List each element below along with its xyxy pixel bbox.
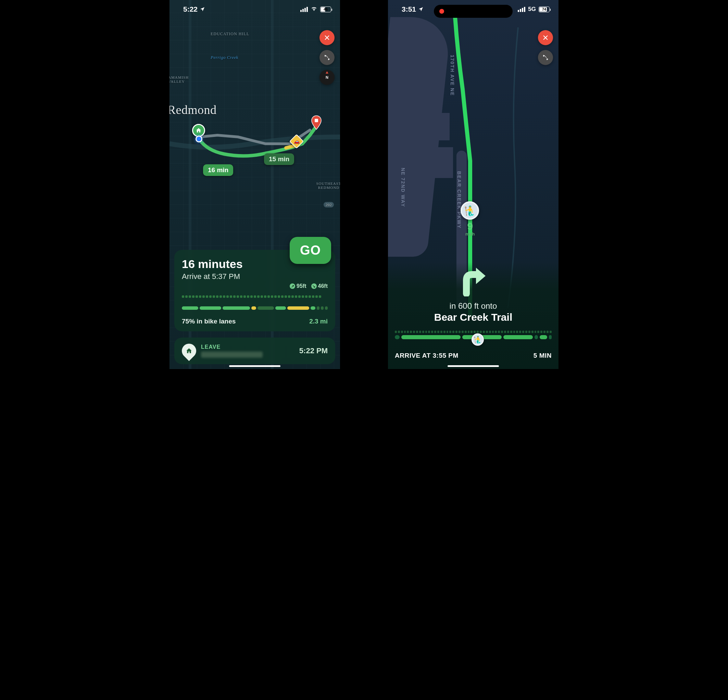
home-indicator[interactable] [448, 365, 499, 367]
battery-level: 46 [324, 7, 328, 11]
arrival-time: Arrive at 5:37 PM [182, 272, 328, 281]
leave-label: LEAVE [201, 344, 263, 350]
compass-button[interactable]: N [319, 70, 335, 85]
route-options-button[interactable] [319, 50, 335, 65]
close-button[interactable] [538, 30, 553, 45]
compass-n-label: N [326, 75, 328, 79]
turn-right-icon [395, 262, 552, 296]
route-time-badge-b[interactable]: 15 min [264, 153, 294, 165]
cell-signal-icon [300, 7, 308, 12]
home-pin[interactable] [192, 124, 205, 137]
go-button[interactable]: GO [290, 237, 331, 264]
map-neighborhood-label-2: SOUTHEAST REDMOND [313, 182, 340, 190]
elevation-up: 95ft [296, 283, 306, 289]
battery-icon: 46 [320, 7, 331, 12]
location-arrow-icon [199, 7, 205, 12]
status-time: 5:22 [183, 5, 198, 13]
turn-street-name: Bear Creek Trail [395, 312, 552, 323]
wifi-icon [311, 6, 318, 13]
route-summary-sheet[interactable]: GO 16 minutes Arrive at 5:37 PM ↗95ft ↘4… [174, 250, 335, 331]
close-button[interactable] [319, 30, 335, 45]
arrival-time: ARRIVE AT 3:55 PM [395, 352, 458, 359]
progress-avatar-marker: 🧜‍♂️ [471, 333, 484, 346]
traffic-bar [182, 304, 328, 312]
route-progress: 🧜‍♂️ [395, 331, 552, 346]
destination-pin[interactable] [311, 115, 322, 130]
map-highway-shield: 202 [324, 202, 334, 208]
bike-lane-pct: 75% in bike lanes [182, 318, 235, 325]
user-avatar[interactable]: 🧜‍♂️ [461, 201, 479, 220]
speed-unit: mph [465, 231, 475, 237]
leave-card[interactable]: LEAVE 5:22 PM [174, 338, 335, 364]
close-icon [542, 35, 549, 41]
svg-rect-1 [315, 119, 318, 122]
road-label: 170TH AVE NE [449, 55, 455, 96]
turn-distance-line: in 600 ft onto [395, 301, 552, 311]
elevation-up-icon: ↗ [290, 283, 295, 289]
status-bar: 5:22 46 [169, 0, 340, 19]
close-icon [324, 35, 330, 41]
battery-level: 74 [542, 7, 546, 11]
dynamic-island[interactable] [434, 5, 513, 18]
road-label: BEAR CREEK PKWY [456, 171, 462, 229]
battery-icon: 74 [539, 7, 550, 12]
map-city-label: Redmond [169, 103, 217, 117]
recording-indicator-icon [439, 9, 444, 14]
home-indicator[interactable] [229, 365, 280, 367]
route-time-badge-a[interactable]: 16 min [203, 164, 233, 176]
speed-indicator: 9 mph [465, 221, 475, 237]
time-remaining: 5 MIN [533, 352, 552, 359]
route-options-button[interactable] [538, 50, 553, 65]
current-location-dot [195, 136, 202, 142]
phone-navigation: 170TH AVE NE NE 72ND WAY BEAR CREEK PKWY… [388, 0, 559, 369]
network-label: 5G [528, 6, 536, 13]
map-creek-label: Perrigo Creek [211, 55, 238, 60]
leave-home-icon [179, 341, 199, 361]
avatar-emoji: 🧜‍♂️ [464, 205, 476, 216]
home-icon [195, 127, 202, 133]
cell-signal-icon [518, 7, 525, 12]
elevation-row: ↗95ft ↘46ft [182, 283, 328, 289]
map-neighborhood-label-3: AMAMISH VALLEY [169, 75, 193, 84]
route-distance: 2.3 mi [309, 318, 328, 325]
map-neighborhood-label: EDUCATION HILL [211, 32, 249, 37]
elevation-down: 46ft [318, 283, 328, 289]
road-label: NE 72ND WAY [400, 168, 406, 208]
nav-bottom-stats: ARRIVE AT 3:55 PM 5 MIN [395, 352, 552, 359]
leave-address-redacted [201, 352, 263, 358]
status-time: 3:51 [402, 5, 416, 13]
location-arrow-icon [418, 7, 423, 12]
navigation-sheet[interactable]: in 600 ft onto Bear Creek Trail 🧜‍♂️ ARR… [388, 262, 559, 369]
route-icon [542, 54, 549, 61]
route-icon [324, 54, 331, 61]
route-stats-row: 75% in bike lanes 2.3 mi [182, 318, 328, 325]
phone-route-preview: Redmond EDUCATION HILL Perrigo Creek SOU… [169, 0, 340, 369]
speed-value: 9 [465, 221, 475, 231]
elevation-down-icon: ↘ [311, 283, 317, 289]
leave-time: 5:22 PM [299, 346, 328, 355]
traffic-intensity-dots [182, 295, 328, 298]
